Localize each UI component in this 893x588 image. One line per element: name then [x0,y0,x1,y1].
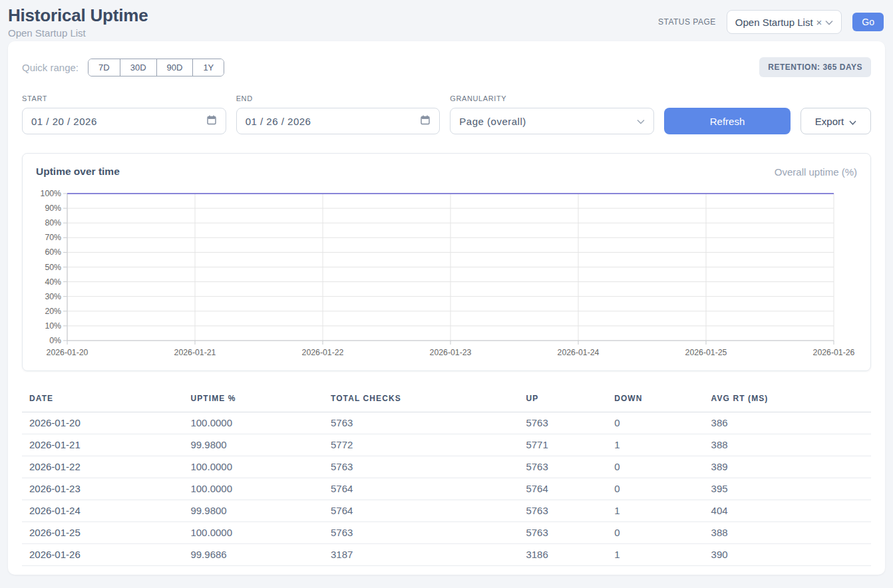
table-cell: 5763 [518,500,607,522]
chart-card: Uptime over time Overall uptime (%) 0%10… [22,153,871,371]
uptime-line-chart: 0%10%20%30%40%50%60%70%80%90%100%2026-01… [36,186,857,364]
granularity-label: GRANULARITY [450,94,654,102]
table-cell: 100.0000 [183,522,323,544]
status-page-label: STATUS PAGE [658,17,716,27]
page-subtitle: Open Startup List [8,27,148,39]
granularity-select[interactable]: Page (overall) [450,108,654,134]
table-header-cell: DATE [22,387,183,412]
table-cell: 5763 [323,522,518,544]
table-header-cell: TOTAL CHECKS [323,387,518,412]
table-cell: 100.0000 [183,478,323,500]
svg-text:0%: 0% [49,336,61,345]
table-cell: 1 [607,500,703,522]
svg-text:90%: 90% [45,204,61,213]
table-cell: 395 [704,478,871,500]
granularity-field: GRANULARITY Page (overall) [450,94,654,134]
table-header-cell: DOWN [607,387,703,412]
table-cell: 389 [704,456,871,478]
status-page-value: Open Startup List [735,17,813,28]
table-cell: 100.0000 [183,456,323,478]
export-label: Export [815,116,844,127]
page-header: Historical Uptime Open Startup List STAT… [0,0,893,41]
table-cell: 2026-01-25 [22,522,183,544]
table-cell: 1 [607,434,703,456]
table-cell: 100.0000 [183,412,323,434]
table-cell: 2026-01-23 [22,478,183,500]
retention-badge: RETENTION: 365 DAYS [759,57,871,77]
table-cell: 0 [607,412,703,434]
header-right: STATUS PAGE Open Startup List × Go [658,10,884,34]
status-page-select[interactable]: Open Startup List × [727,10,842,34]
svg-text:100%: 100% [41,189,62,198]
table-header-cell: AVG RT (MS) [704,387,871,412]
chevron-down-icon [849,116,856,127]
svg-text:40%: 40% [45,277,61,287]
table-cell: 2026-01-24 [22,500,183,522]
quick-range-7d[interactable]: 7D [89,59,120,76]
calendar-icon[interactable] [420,114,431,128]
table-cell: 99.9686 [183,544,323,566]
svg-text:2026-01-26: 2026-01-26 [813,348,855,357]
table-row: 2026-01-22100.0000576357630389 [22,456,871,478]
chevron-down-icon [825,16,833,28]
table-header-cell: UPTIME % [183,387,323,412]
quick-range-label: Quick range: [22,62,79,73]
start-date-input[interactable]: 01 / 20 / 2026 [22,108,226,134]
table-cell: 5763 [323,412,518,434]
calendar-icon[interactable] [206,114,217,128]
svg-text:60%: 60% [45,247,61,257]
table-cell: 388 [704,434,871,456]
chart-title: Uptime over time [36,166,120,178]
table-cell: 2026-01-26 [22,544,183,566]
svg-text:2026-01-23: 2026-01-23 [430,348,472,357]
export-button[interactable]: Export [801,108,871,134]
quick-range-90d[interactable]: 90D [156,59,193,76]
page-title: Historical Uptime [8,5,148,26]
start-date-field: START 01 / 20 / 2026 [22,94,226,134]
quick-range-30d[interactable]: 30D [120,59,156,76]
table-cell: 390 [704,544,871,566]
refresh-button[interactable]: Refresh [664,108,791,134]
quick-range-1y[interactable]: 1Y [192,59,224,76]
table-cell: 5764 [518,478,607,500]
end-label: END [236,94,441,102]
svg-text:70%: 70% [45,233,61,242]
svg-text:2026-01-22: 2026-01-22 [302,348,344,357]
end-date-field: END 01 / 26 / 2026 [236,94,441,134]
table-row: 2026-01-2199.9800577257711388 [22,434,871,456]
table-cell: 386 [704,412,871,434]
table-cell: 5771 [518,434,607,456]
svg-text:2026-01-25: 2026-01-25 [685,348,727,357]
table-header-row: DATEUPTIME %TOTAL CHECKSUPDOWNAVG RT (MS… [22,387,871,412]
table-header-cell: UP [518,387,607,412]
table-cell: 5763 [518,412,607,434]
table-body: 2026-01-20100.00005763576303862026-01-21… [22,412,871,566]
main-panel: Quick range: 7D30D90D1Y RETENTION: 365 D… [8,41,885,575]
quick-range-row: Quick range: 7D30D90D1Y RETENTION: 365 D… [22,57,871,77]
table-cell: 5764 [323,500,518,522]
table-cell: 2026-01-22 [22,456,183,478]
table-cell: 2026-01-21 [22,434,183,456]
clear-icon[interactable]: × [816,17,822,28]
table-cell: 5763 [323,456,518,478]
end-date-input[interactable]: 01 / 26 / 2026 [236,108,441,134]
quick-range-group: 7D30D90D1Y [88,59,224,76]
chevron-down-icon [637,115,645,127]
end-date-value: 01 / 26 / 2026 [246,116,311,127]
go-button[interactable]: Go [852,13,884,31]
svg-text:30%: 30% [45,292,61,301]
filters-row: START 01 / 20 / 2026 END 01 / 26 / 2026 … [22,94,871,134]
svg-text:50%: 50% [45,263,61,272]
table-cell: 2026-01-20 [22,412,183,434]
table-cell: 5763 [518,456,607,478]
table-row: 2026-01-2499.9800576457631404 [22,500,871,522]
table-cell: 404 [704,500,871,522]
table-cell: 1 [607,544,703,566]
table-cell: 3186 [518,544,607,566]
svg-text:2026-01-24: 2026-01-24 [558,348,600,357]
table-row: 2026-01-20100.0000576357630386 [22,412,871,434]
svg-text:20%: 20% [45,307,61,316]
table-cell: 0 [607,522,703,544]
svg-text:2026-01-21: 2026-01-21 [174,348,216,357]
chart-svg: 0%10%20%30%40%50%60%70%80%90%100%2026-01… [36,186,857,364]
